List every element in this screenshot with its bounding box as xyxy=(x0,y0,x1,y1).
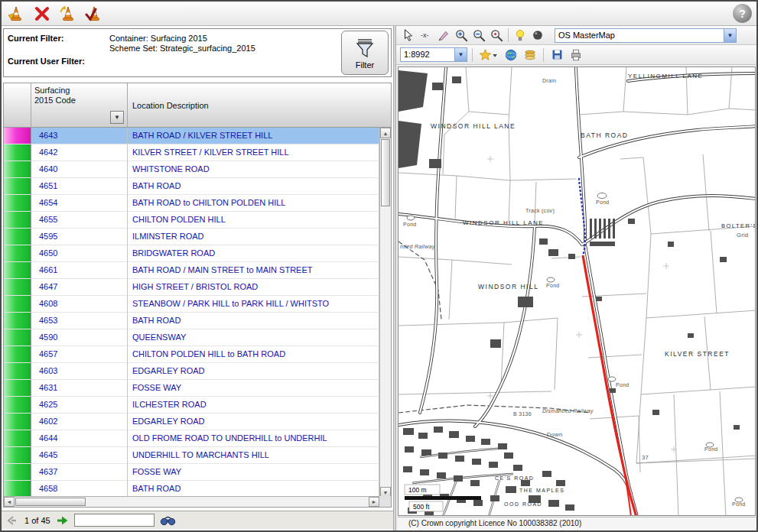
zoom-extent-button[interactable] xyxy=(488,27,505,44)
row-code: 4647 xyxy=(31,279,128,296)
zoom-in-icon xyxy=(454,28,469,43)
map-toolbar-bottom: 1:8992 ▼ xyxy=(396,45,756,65)
row-code: 4643 xyxy=(31,128,128,144)
save-icon xyxy=(551,48,564,61)
table-row[interactable]: 4642 KILVER STREET / KILVER STREET HILL xyxy=(4,144,379,161)
validate-button[interactable] xyxy=(84,4,104,24)
row-code: 4642 xyxy=(31,144,128,161)
table-row[interactable]: 4637 FOSSE WAY xyxy=(4,464,379,481)
redline-tool-button[interactable] xyxy=(435,27,452,44)
scalebar-feet: 500 ft xyxy=(413,503,430,511)
table-row[interactable]: 4657 CHILTON POLDEN HILL to BATH ROAD xyxy=(4,346,379,363)
map-label: 37 xyxy=(642,454,649,461)
save-map-button[interactable] xyxy=(548,47,565,63)
table-row[interactable]: 4603 EDGARLEY ROAD xyxy=(4,363,379,380)
current-filter-label: Current Filter: xyxy=(8,34,63,43)
basemap-value: OS MasterMap xyxy=(555,29,724,42)
row-strip xyxy=(4,329,31,346)
row-strip xyxy=(4,363,31,380)
find-input[interactable] xyxy=(74,514,155,527)
basemap-select[interactable]: OS MasterMap ▼ xyxy=(555,28,737,43)
select-tool-button[interactable] xyxy=(400,27,417,44)
table-row[interactable]: 4661 BATH ROAD / MAIN STREET to MAIN STR… xyxy=(4,262,379,279)
table-row[interactable]: 4625 ILCHESTER ROAD xyxy=(4,397,379,414)
table-row[interactable]: 4654 BATH ROAD to CHILTON POLDEN HILL xyxy=(4,195,379,212)
buffer-tool-button[interactable] xyxy=(529,27,546,44)
schemes-grid: Surfacing 2015 Code ▼ Location Descripti… xyxy=(3,83,392,508)
table-row[interactable]: 4647 HIGH STREET / BRISTOL ROAD xyxy=(4,279,379,296)
table-row[interactable]: 4640 WHITSTONE ROAD xyxy=(4,161,379,178)
code-filter-dropdown[interactable]: ▼ xyxy=(110,111,124,124)
row-desc: BATH ROAD / MAIN STREET to MAIN STREET xyxy=(128,262,379,279)
table-row[interactable]: 4645 UNDERHILL TO MARCHANTS HILL xyxy=(4,447,379,464)
coordinate-tool-button[interactable]: -x- xyxy=(418,27,434,44)
help-button[interactable]: ? xyxy=(733,4,752,23)
print-map-button[interactable] xyxy=(568,47,584,63)
row-code: 4654 xyxy=(31,195,128,212)
row-strip xyxy=(4,481,31,498)
row-desc: FOSSE WAY xyxy=(128,380,379,397)
redline-pen-icon xyxy=(437,28,451,42)
map-label: ntled Railway xyxy=(400,244,435,250)
toolbar-separator xyxy=(508,28,509,42)
scrollbar-corner xyxy=(379,496,391,507)
delete-button[interactable] xyxy=(32,4,52,24)
row-code: 4644 xyxy=(31,430,128,447)
coordinate-icon: -x- xyxy=(418,28,434,43)
record-position: 1 of 45 xyxy=(24,516,50,525)
cone-add-button[interactable] xyxy=(6,4,26,24)
toolbar-separator xyxy=(543,48,544,62)
table-row[interactable]: 4650 BRIDGWATER ROAD xyxy=(4,245,379,262)
row-code: 4640 xyxy=(31,161,128,178)
filter-button[interactable]: Filter xyxy=(341,31,389,75)
select-arrow-icon xyxy=(402,28,415,42)
table-row[interactable]: 4651 BATH ROAD xyxy=(4,178,379,195)
previous-record-icon[interactable] xyxy=(7,515,19,526)
row-code: 4651 xyxy=(31,178,128,195)
row-strip xyxy=(4,212,31,229)
row-desc: QUEENSWAY xyxy=(128,329,379,346)
zoom-in-button[interactable] xyxy=(453,27,470,44)
table-row[interactable]: 4658 BATH ROAD xyxy=(4,481,379,498)
table-row[interactable]: 4643 BATH ROAD / KILVER STREET HILL xyxy=(4,128,379,144)
web-map-button[interactable] xyxy=(503,47,519,63)
map-label: Track (cov) xyxy=(525,208,555,214)
scale-select[interactable]: 1:8992 ▼ xyxy=(400,47,467,62)
table-row[interactable]: 4608 STEANBOW / PARK HILL to PARK HILL /… xyxy=(4,296,379,313)
binoculars-icon[interactable] xyxy=(160,515,176,526)
lightbulb-icon xyxy=(513,28,527,42)
row-code: 4661 xyxy=(31,262,128,279)
map-canvas[interactable]: YELLINGMILL LANE Drain WINDSOR HILL LANE… xyxy=(399,67,756,516)
table-row[interactable]: 4595 ILMINSTER ROAD xyxy=(4,229,379,245)
map-label: WINDSOR HILL xyxy=(478,283,538,290)
zoom-out-button[interactable] xyxy=(470,27,487,44)
row-desc: ILMINSTER ROAD xyxy=(128,229,379,245)
refresh-button[interactable] xyxy=(58,4,78,24)
table-row[interactable]: 4590 QUEENSWAY xyxy=(4,329,379,346)
vertical-scrollbar[interactable]: ▲ ▼ xyxy=(379,128,391,498)
layers-button[interactable] xyxy=(522,47,538,63)
highlight-tool-button[interactable] xyxy=(512,27,529,44)
row-strip xyxy=(4,447,31,464)
row-code: 4650 xyxy=(31,245,128,262)
next-record-icon[interactable] xyxy=(56,515,69,526)
table-row[interactable]: 4644 OLD FROME ROAD TO UNDERHILL to UNDE… xyxy=(4,430,379,447)
map-label: Drain xyxy=(542,78,556,83)
horizontal-scrollbar[interactable]: ◄ ► xyxy=(4,496,379,507)
map-label: WINDSOR HILL LANE xyxy=(463,219,544,226)
row-strip xyxy=(4,397,31,414)
map-viewport: YELLINGMILL LANE Drain WINDSOR HILL LANE… xyxy=(398,66,756,516)
row-desc: CHILTON POLDEN HILL xyxy=(128,212,379,229)
svg-text:-x-: -x- xyxy=(421,31,429,39)
row-strip xyxy=(4,178,31,195)
table-row[interactable]: 4602 EDGARLEY ROAD xyxy=(4,414,379,430)
table-row[interactable]: 4655 CHILTON POLDEN HILL xyxy=(4,212,379,229)
table-row[interactable]: 4653 BATH ROAD xyxy=(4,313,379,329)
table-row[interactable]: 4631 FOSSE WAY xyxy=(4,380,379,397)
grid-rows: 4643 BATH ROAD / KILVER STREET HILL 4642… xyxy=(4,128,379,498)
map-label: WINDSOR HILL LANE xyxy=(431,122,516,130)
map-label: YELLINGMILL LANE xyxy=(628,73,703,79)
row-desc: BATH ROAD xyxy=(128,178,379,195)
code-column-header-label: Surfacing 2015 Code xyxy=(34,86,82,105)
favourites-button[interactable] xyxy=(477,47,500,63)
